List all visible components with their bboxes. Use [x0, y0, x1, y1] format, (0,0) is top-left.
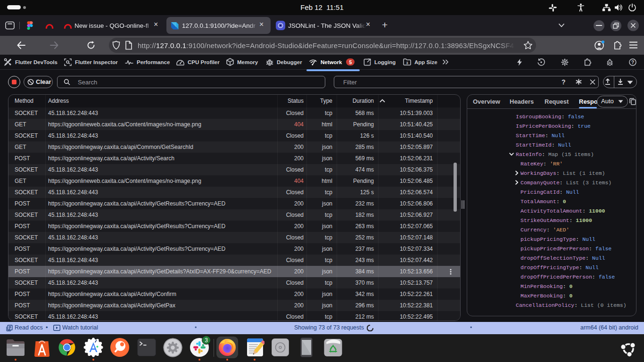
svg-text:?: ? — [631, 60, 634, 65]
svg-text:3: 3 — [406, 61, 408, 65]
